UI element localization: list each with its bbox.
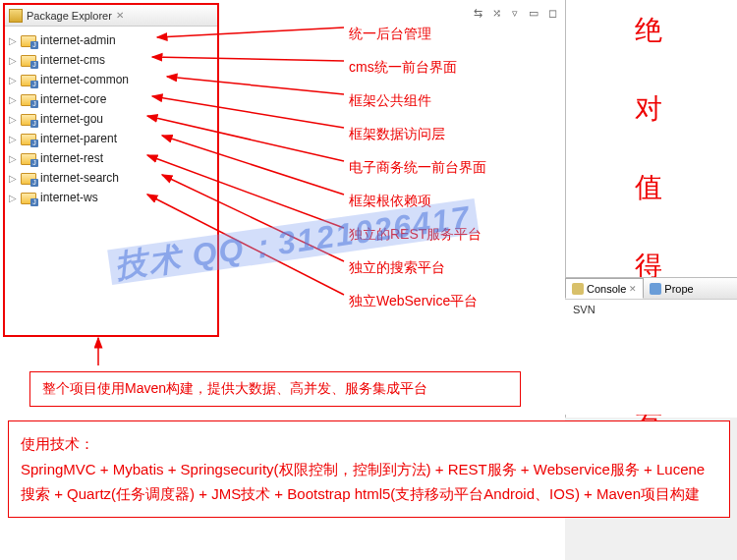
description-box: 整个项目使用Maven构建，提供大数据、高并发、服务集成平台 [29, 371, 521, 407]
annotation-label: cms统一前台界面 [349, 51, 486, 84]
console-tab-label: Console [587, 283, 626, 295]
explorer-header: Package Explorer ✕ [5, 5, 217, 27]
project-label: internet-ws [40, 191, 98, 204]
project-item[interactable]: ▷internet-core [7, 89, 215, 109]
package-explorer-icon [9, 9, 23, 23]
console-output: SVN [565, 300, 737, 319]
annotation-label: 独立的REST服务平台 [349, 218, 486, 252]
console-tabs: Console ✕ Prope [565, 278, 737, 300]
project-item[interactable]: ▷internet-ws [7, 188, 215, 207]
annotation-label: 独立的搜索平台 [349, 252, 486, 285]
project-folder-icon [21, 191, 36, 204]
expand-icon[interactable]: ▷ [7, 74, 19, 85]
expand-icon[interactable]: ▷ [7, 93, 19, 105]
project-label: internet-search [40, 171, 119, 185]
project-item[interactable]: ▷internet-admin [7, 30, 215, 50]
expand-icon[interactable]: ▷ [7, 133, 19, 144]
project-label: internet-common [40, 73, 129, 86]
project-folder-icon [21, 73, 36, 86]
annotations-list: 统一后台管理cms统一前台界面框架公共组件框架数据访问层电子商务统一前台界面框架… [349, 18, 486, 318]
expand-icon[interactable]: ▷ [7, 192, 19, 203]
annotation-label: 独立WebService平台 [349, 285, 486, 318]
technology-box: 使用技术： SpringMVC + Mybatis + Springsecuri… [8, 420, 730, 518]
expand-icon[interactable]: ▷ [7, 54, 19, 66]
close-icon[interactable]: ✕ [629, 284, 637, 294]
minimize-icon[interactable]: ▭ [526, 5, 541, 21]
project-label: internet-cms [40, 53, 105, 67]
project-item[interactable]: ▷internet-gou [7, 109, 215, 129]
properties-icon [650, 283, 661, 295]
project-item[interactable]: ▷internet-cms [7, 50, 215, 70]
console-tab[interactable]: Console ✕ [565, 278, 644, 299]
project-item[interactable]: ▷internet-search [7, 168, 215, 188]
project-folder-icon [21, 132, 36, 145]
project-folder-icon [21, 151, 36, 165]
description-text: 整个项目使用Maven构建，提供大数据、高并发、服务集成平台 [42, 380, 427, 396]
project-label: internet-admin [40, 33, 116, 47]
annotation-label: 框架根依赖项 [349, 185, 486, 218]
project-tree: ▷internet-admin▷internet-cms▷internet-co… [5, 27, 217, 211]
project-label: internet-gou [40, 112, 103, 126]
annotation-label: 电子商务统一前台界面 [349, 151, 486, 185]
project-folder-icon [21, 112, 36, 126]
project-folder-icon [21, 53, 36, 67]
promo-char: 对 [590, 90, 708, 128]
project-label: internet-core [40, 92, 106, 106]
package-explorer-panel: Package Explorer ✕ ▷internet-admin▷inter… [3, 3, 219, 337]
maximize-icon[interactable]: ◻ [544, 5, 560, 21]
expand-icon[interactable]: ▷ [7, 172, 19, 184]
expand-icon[interactable]: ▷ [7, 34, 19, 46]
project-folder-icon [21, 171, 36, 185]
annotation-label: 框架公共组件 [349, 84, 486, 118]
expand-icon[interactable]: ▷ [7, 113, 19, 125]
console-panel: Console ✕ Prope SVN [565, 277, 737, 415]
tech-content: SpringMVC + Mybatis + Springsecurity(权限控… [21, 457, 717, 507]
annotation-label: 统一后台管理 [349, 18, 486, 51]
project-item[interactable]: ▷internet-parent [7, 129, 215, 148]
expand-icon[interactable]: ▷ [7, 152, 19, 164]
tech-title: 使用技术： [21, 431, 717, 457]
properties-tab[interactable]: Prope [644, 283, 699, 295]
project-folder-icon [21, 92, 36, 106]
explorer-close-icon[interactable]: ✕ [116, 10, 124, 21]
project-label: internet-parent [40, 132, 117, 145]
project-item[interactable]: ▷internet-common [7, 70, 215, 89]
properties-tab-label: Prope [664, 283, 693, 295]
explorer-title: Package Explorer [27, 10, 112, 22]
project-item[interactable]: ▷internet-rest [7, 148, 215, 168]
promo-char: 值 [590, 169, 708, 206]
promo-char: 绝 [590, 12, 708, 49]
annotation-label: 框架数据访问层 [349, 118, 486, 151]
project-folder-icon [21, 33, 36, 47]
view-menu-icon[interactable]: ▿ [507, 5, 523, 21]
project-label: internet-rest [40, 151, 103, 165]
console-icon [572, 283, 584, 295]
link-icon[interactable]: ⤮ [488, 5, 504, 21]
